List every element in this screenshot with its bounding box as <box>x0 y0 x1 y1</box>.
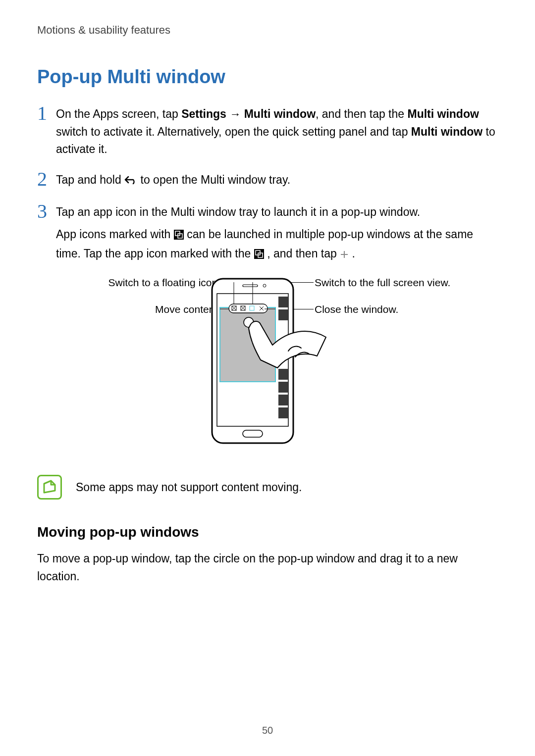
step-3: 3 Tap an app icon in the Multi window tr… <box>37 203 498 264</box>
text: Tap an app icon in the Multi window tray… <box>56 203 498 221</box>
steps-list: 1 On the Apps screen, tap Settings → Mul… <box>37 105 498 264</box>
multi-launch-icon <box>254 247 264 264</box>
svg-rect-14 <box>278 309 288 320</box>
step-body: Tap and hold to open the Multi window tr… <box>56 171 290 191</box>
step-number: 2 <box>37 169 56 189</box>
breadcrumb: Motions & usability features <box>37 24 498 37</box>
subsection-title: Moving pop-up windows <box>37 524 498 540</box>
step-2: 2 Tap and hold to open the Multi window … <box>37 171 498 191</box>
multi-launch-icon <box>174 227 184 245</box>
svg-rect-13 <box>278 297 288 307</box>
step-1: 1 On the Apps screen, tap Settings → Mul… <box>37 105 498 158</box>
body-text: To move a pop-up window, tap the circle … <box>37 550 498 585</box>
step-body: On the Apps screen, tap Settings → Multi… <box>56 105 498 158</box>
note-text: Some apps may not support content moving… <box>76 481 302 494</box>
svg-rect-18 <box>278 407 288 418</box>
text: , and then tap <box>267 247 340 260</box>
step-number: 3 <box>37 202 56 221</box>
text: Tap and hold <box>56 173 124 186</box>
text: to open the Multi window tray. <box>141 173 291 186</box>
svg-rect-15 <box>278 369 288 380</box>
back-icon <box>124 173 137 191</box>
step-body: Tap an app icon in the Multi window tray… <box>56 203 498 264</box>
phone-illustration <box>203 277 332 445</box>
note-icon <box>37 475 62 500</box>
section-title: Pop-up Multi window <box>37 66 498 88</box>
plus-icon <box>340 247 349 264</box>
text: . <box>352 247 355 260</box>
page-number: 50 <box>0 725 535 736</box>
callout-fullscreen: Switch to the full screen view. <box>315 277 450 289</box>
text: App icons marked with <box>56 228 174 241</box>
svg-rect-17 <box>278 395 288 405</box>
diagram: Switch to a floating icon. Switch to the… <box>37 277 498 455</box>
svg-rect-16 <box>278 382 288 393</box>
note: Some apps may not support content moving… <box>37 475 498 500</box>
step-number: 1 <box>37 103 56 123</box>
